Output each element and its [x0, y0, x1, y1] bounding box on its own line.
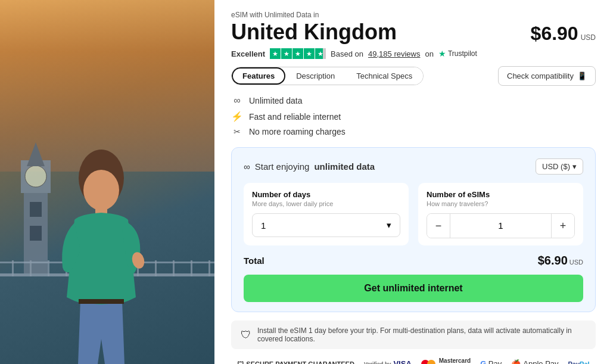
svg-rect-18	[191, 260, 192, 276]
list-item: ∞ Unlimited data	[231, 95, 596, 106]
header-text: Start enjoying	[255, 161, 310, 172]
price-currency: USD	[581, 33, 596, 42]
days-value: 1	[261, 220, 266, 231]
unlimited-data-icon: ∞	[231, 95, 243, 106]
mastercard-badge: Mastercard SecureCode	[421, 357, 471, 364]
product-content: eSIM with Unlimited Data in United Kingd…	[214, 0, 610, 364]
star-4: ★	[304, 48, 315, 59]
svg-rect-8	[12, 260, 14, 276]
feature-text-3: No more roaming charges	[249, 127, 346, 136]
esims-stepper: − 1 +	[427, 213, 575, 238]
paypal-label: PayPal	[568, 360, 590, 365]
chevron-down-icon: ▾	[572, 162, 577, 171]
esims-control-group: Number of eSIMs How many travelers? − 1 …	[418, 183, 583, 245]
star-3: ★	[292, 48, 303, 59]
svg-point-2	[25, 166, 46, 187]
esims-label: Number of eSIMs	[427, 190, 575, 199]
star-rating: ★ ★ ★ ★ ★	[270, 48, 326, 59]
esim-label: eSIM with Unlimited Data in	[231, 11, 596, 19]
trustpilot-label: Trustpilot	[448, 49, 477, 58]
pricing-box: ∞ Start enjoying unlimited data USD ($) …	[231, 147, 596, 312]
svg-marker-3	[27, 142, 45, 166]
info-icon: 🛡	[241, 329, 251, 341]
total-price-usd: USD	[569, 259, 583, 266]
stepper-plus-button[interactable]: +	[552, 214, 574, 238]
payment-row: 🛡 SECURE PAYMENT GUARANTEED Verified by …	[231, 357, 596, 364]
total-price-display: $6.90 USD	[538, 254, 583, 267]
country-title: United Kingdom	[231, 20, 397, 44]
list-item: ✂ No more roaming charges	[231, 127, 596, 136]
tab-description[interactable]: Description	[285, 67, 346, 85]
star-1: ★	[270, 48, 281, 59]
star-5: ★	[315, 48, 326, 59]
tab-group: Features Description Technical Specs	[231, 67, 424, 85]
feature-text-2: Fast and reliable internet	[249, 112, 341, 122]
svg-rect-17	[173, 260, 175, 276]
secure-label: SECURE PAYMENT GUARANTEED	[246, 360, 354, 365]
svg-rect-9	[30, 260, 32, 276]
trustpilot-row: Excellent ★ ★ ★ ★ ★ Based on 49,185 revi…	[231, 48, 596, 59]
shield-icon: 🛡	[237, 360, 244, 365]
gpay-badge: G Pay	[480, 359, 502, 364]
reviews-link[interactable]: 49,185 reviews	[368, 49, 420, 58]
star-2: ★	[281, 48, 292, 59]
applepay-label: Apple Pay	[523, 359, 558, 364]
reviews-suffix: on	[425, 49, 433, 58]
days-control-group: Number of days More days, lower daily pr…	[244, 183, 409, 245]
secure-badge: 🛡 SECURE PAYMENT GUARANTEED	[237, 360, 354, 365]
fast-internet-icon: ⚡	[231, 111, 243, 122]
tab-features[interactable]: Features	[232, 67, 285, 85]
controls-row: Number of days More days, lower daily pr…	[244, 183, 583, 245]
trustpilot-logo: ★ Trustpilot	[438, 49, 477, 58]
days-label: Number of days	[252, 190, 400, 199]
applepay-badge: 🍎 Apple Pay	[511, 359, 558, 364]
list-item: ⚡ Fast and reliable internet	[231, 111, 596, 122]
get-unlimited-button[interactable]: Get unlimited internet	[244, 275, 583, 302]
visa-badge: Verified by VISA	[364, 359, 412, 364]
svg-rect-4	[30, 202, 42, 217]
currency-label: USD ($)	[542, 162, 570, 171]
paypal-badge: PayPal	[568, 360, 590, 365]
price-display: $6.90	[531, 23, 578, 45]
svg-rect-19	[208, 260, 210, 276]
total-price-main: $6.90	[538, 254, 568, 267]
tabs-row: Features Description Technical Specs Che…	[231, 66, 596, 86]
pricing-box-title: ∞ Start enjoying unlimited data	[244, 161, 375, 172]
visa-text: VISA	[393, 359, 411, 364]
currency-selector[interactable]: USD ($) ▾	[536, 158, 583, 175]
no-roaming-icon: ✂	[231, 127, 243, 136]
svg-rect-16	[155, 260, 157, 276]
device-icon: 📱	[577, 71, 587, 80]
feature-text-1: Unlimited data	[249, 96, 303, 105]
tab-technical-specs[interactable]: Technical Specs	[346, 67, 423, 85]
days-dropdown[interactable]: 1 ▾	[252, 213, 400, 237]
mastercard-orange-circle	[427, 360, 435, 365]
rating-label: Excellent	[231, 49, 265, 58]
features-list: ∞ Unlimited data ⚡ Fast and reliable int…	[231, 95, 596, 136]
verified-by-text: Verified by	[364, 361, 391, 365]
gpay-label: G Pay	[480, 359, 502, 364]
pricing-box-header: ∞ Start enjoying unlimited data USD ($) …	[244, 158, 583, 175]
stepper-minus-button[interactable]: −	[427, 214, 450, 238]
svg-rect-24	[79, 299, 124, 304]
svg-rect-5	[30, 226, 42, 241]
hero-image	[0, 0, 214, 364]
reviews-text: Based on	[331, 49, 363, 58]
total-label: Total	[244, 256, 264, 266]
check-compatibility-button[interactable]: Check compatibility 📱	[498, 66, 596, 86]
check-compat-label: Check compatibility	[507, 71, 574, 80]
esims-sublabel: How many travelers?	[427, 200, 575, 207]
total-row: Total $6.90 USD	[244, 254, 583, 267]
esims-value: 1	[450, 214, 552, 238]
days-chevron-icon: ▾	[387, 220, 391, 231]
install-notice-text: Install the eSIM 1 day before your trip.…	[257, 326, 586, 343]
days-sublabel: More days, lower daily price	[252, 200, 400, 207]
infinity-icon: ∞	[244, 161, 250, 172]
install-notice: 🛡 Install the eSIM 1 day before your tri…	[231, 321, 596, 349]
svg-point-21	[83, 170, 119, 210]
mc-label: Mastercard	[439, 357, 471, 364]
header-bold: unlimited data	[314, 161, 375, 172]
